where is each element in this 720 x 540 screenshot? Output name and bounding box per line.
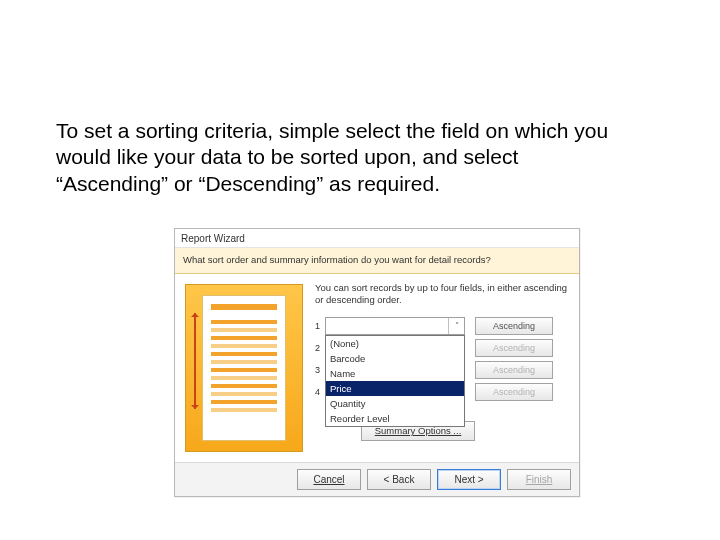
row-number: 4 xyxy=(315,387,325,397)
ascending-button-1[interactable]: Ascending xyxy=(475,317,553,335)
dialog-prompt: What sort order and summary information … xyxy=(175,248,579,274)
sort-arrow-icon xyxy=(194,313,196,409)
ascending-button-4: Ascending xyxy=(475,383,553,401)
row-number: 2 xyxy=(315,343,325,353)
option-reorder-level[interactable]: Reorder Level xyxy=(326,411,464,426)
sort-field-1-combo[interactable]: ˅ xyxy=(325,317,465,335)
row-number: 3 xyxy=(315,365,325,375)
chevron-down-icon[interactable]: ˅ xyxy=(448,318,464,334)
dialog-title: Report Wizard xyxy=(175,229,579,248)
report-wizard-dialog: Report Wizard What sort order and summar… xyxy=(174,228,580,497)
preview-pane xyxy=(185,284,303,452)
ascending-button-3: Ascending xyxy=(475,361,553,379)
sort-form: You can sort records by up to four field… xyxy=(311,274,579,462)
sort-row-1: 1 ˅ Ascending (None) Barcode Name Price … xyxy=(315,317,569,335)
ascending-button-2: Ascending xyxy=(475,339,553,357)
instruction-text: To set a sorting criteria, simple select… xyxy=(56,118,616,197)
option-barcode[interactable]: Barcode xyxy=(326,351,464,366)
row-number: 1 xyxy=(315,321,325,331)
option-price[interactable]: Price xyxy=(326,381,464,396)
finish-button[interactable]: Finish xyxy=(507,469,571,490)
option-quantity[interactable]: Quantity xyxy=(326,396,464,411)
cancel-button[interactable]: Cancel xyxy=(297,469,361,490)
dialog-button-bar: Cancel < Back Next > Finish xyxy=(175,462,579,496)
sort-hint: You can sort records by up to four field… xyxy=(315,282,569,307)
option-name[interactable]: Name xyxy=(326,366,464,381)
back-button[interactable]: < Back xyxy=(367,469,431,490)
field-dropdown-list[interactable]: (None) Barcode Name Price Quantity Reord… xyxy=(325,335,465,427)
option-none[interactable]: (None) xyxy=(326,336,464,351)
next-button[interactable]: Next > xyxy=(437,469,501,490)
